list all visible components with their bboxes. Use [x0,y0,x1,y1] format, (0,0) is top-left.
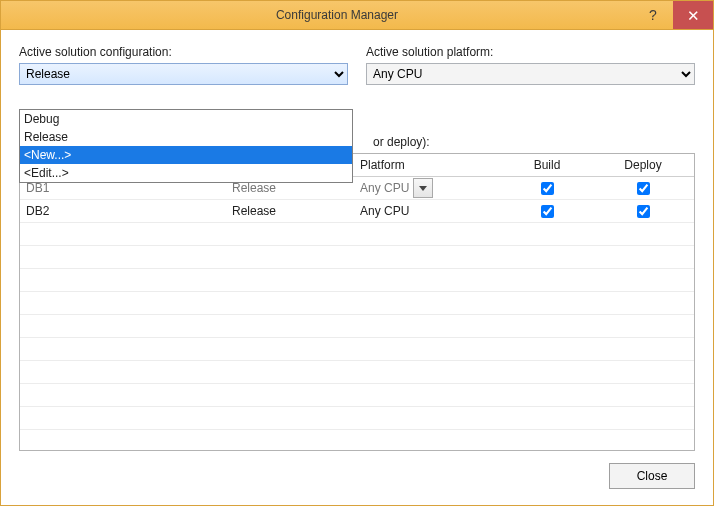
build-checkbox[interactable] [541,205,554,218]
table-row-empty [20,338,694,361]
project-contexts-grid: Project Configuration Platform Build Dep… [19,153,695,451]
config-option[interactable]: <New...> [20,146,352,164]
active-solution-configuration-dropdown[interactable]: Release [19,63,348,85]
project-contexts-label: or deploy): [373,135,430,149]
title-bar: Configuration Manager ? ✕ [1,1,713,30]
close-window-button[interactable]: ✕ [673,1,713,29]
table-row-empty [20,269,694,292]
config-option[interactable]: Debug [20,110,352,128]
col-header-deploy[interactable]: Deploy [592,154,694,176]
active-solution-configuration-label: Active solution configuration: [19,45,348,59]
configuration-manager-window: Configuration Manager ? ✕ Active solutio… [0,0,714,506]
table-row-empty [20,246,694,269]
cell-deploy [592,177,694,199]
build-checkbox[interactable] [541,182,554,195]
config-option[interactable]: Release [20,128,352,146]
deploy-checkbox[interactable] [637,205,650,218]
deploy-checkbox[interactable] [637,182,650,195]
help-icon: ? [649,7,657,23]
cell-project: DB2 [20,200,226,222]
cell-platform[interactable]: Any CPU [354,177,502,199]
platform-value: Any CPU [360,181,409,195]
col-header-platform[interactable]: Platform [354,154,502,176]
table-row-empty [20,430,694,451]
table-row-empty [20,315,694,338]
platform-value: Any CPU [360,204,409,218]
cell-deploy [592,200,694,222]
table-row-empty [20,223,694,246]
help-button[interactable]: ? [633,1,673,29]
table-row-empty [20,361,694,384]
close-icon: ✕ [687,8,700,23]
cell-platform[interactable]: Any CPU [354,200,502,222]
active-solution-platform-dropdown[interactable]: Any CPU [366,63,695,85]
cell-build [502,200,592,222]
table-row: DB2ReleaseAny CPU [20,200,694,223]
active-config-col: Active solution configuration: Release [19,45,348,85]
col-header-build[interactable]: Build [502,154,592,176]
cell-configuration[interactable]: Release [226,200,354,222]
table-row-empty [20,292,694,315]
window-title: Configuration Manager [41,8,633,22]
grid-body: DB1ReleaseAny CPUDB2ReleaseAny CPU [20,177,694,451]
table-row-empty [20,384,694,407]
close-button[interactable]: Close [609,463,695,489]
dialog-content: Active solution configuration: Release A… [1,29,713,505]
active-solution-configuration-options-list[interactable]: DebugRelease<New...><Edit...> [19,109,353,183]
active-solution-platform-label: Active solution platform: [366,45,695,59]
chevron-down-icon[interactable] [413,178,433,198]
top-row: Active solution configuration: Release A… [19,45,695,85]
table-row-empty [20,407,694,430]
cell-build [502,177,592,199]
active-platform-col: Active solution platform: Any CPU [366,45,695,85]
config-option[interactable]: <Edit...> [20,164,352,182]
